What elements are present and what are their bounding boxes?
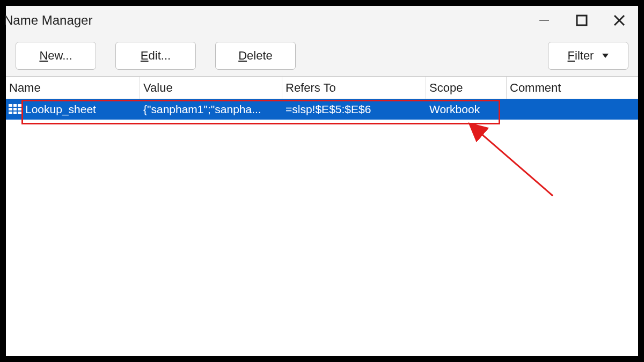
close-button[interactable] — [601, 6, 638, 35]
delete-button[interactable]: Delete — [215, 42, 296, 70]
maximize-icon — [575, 13, 589, 27]
cell-name-text: Lookup_sheet — [25, 103, 96, 116]
titlebar: Name Manager — [6, 6, 638, 35]
maximize-button[interactable] — [563, 6, 601, 35]
table-row[interactable]: Lookup_sheet {"sanpham1";"sanpha... =sls… — [6, 99, 638, 120]
new-button[interactable]: New... — [16, 42, 96, 70]
minimize-button[interactable] — [525, 6, 563, 35]
header-value[interactable]: Value — [140, 77, 282, 99]
toolbar: New... Edit... Delete Filter — [6, 35, 638, 77]
cell-value: {"sanpham1";"sanpha... — [140, 103, 282, 116]
name-manager-window: Name Manager New... Edit... Delete — [5, 5, 639, 357]
window-controls — [525, 6, 638, 35]
close-icon — [612, 13, 627, 28]
header-scope[interactable]: Scope — [426, 77, 507, 99]
cell-refers: =slsp!$E$5:$E$6 — [282, 103, 426, 116]
edit-button[interactable]: Edit... — [115, 42, 196, 70]
header-refers[interactable]: Refers To — [282, 77, 426, 99]
cell-name: Lookup_sheet — [6, 103, 140, 116]
minimize-icon — [537, 13, 551, 27]
cell-scope: Workbook — [426, 103, 507, 116]
edit-button-label: Edit... — [141, 49, 171, 63]
window-title: Name Manager — [4, 13, 92, 28]
column-headers: Name Value Refers To Scope Comment — [6, 77, 638, 99]
filter-button[interactable]: Filter — [548, 42, 628, 70]
svg-rect-4 — [8, 104, 22, 115]
new-button-label: New... — [39, 49, 72, 63]
header-name[interactable]: Name — [6, 77, 140, 99]
filter-button-label: Filter — [568, 49, 594, 63]
defined-name-icon — [8, 104, 22, 115]
delete-button-label: Delete — [238, 49, 273, 63]
svg-rect-1 — [577, 16, 587, 25]
chevron-down-icon — [602, 54, 609, 58]
names-list: Lookup_sheet {"sanpham1";"sanpha... =sls… — [6, 99, 638, 356]
header-comment[interactable]: Comment — [507, 77, 638, 99]
